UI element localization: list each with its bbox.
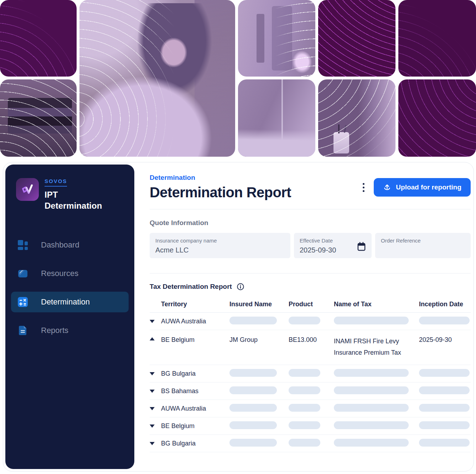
- product-cell: BE13.000: [289, 335, 334, 344]
- territory-cell: BS Bahamas: [161, 387, 229, 395]
- placeholder-pill: [334, 421, 409, 429]
- chevron-down-icon[interactable]: [150, 424, 155, 428]
- chevron-down-icon[interactable]: [150, 320, 155, 323]
- brand-product: IPT Determination: [45, 189, 112, 211]
- hero-banner: [0, 0, 476, 157]
- quote-section-title: Quote Information: [150, 219, 471, 227]
- hero-photo-woman-tile: [79, 0, 235, 157]
- placeholder-pill: [289, 421, 320, 429]
- brand-company: SOVOS: [45, 178, 67, 187]
- title-block: Determination Determination Report: [150, 174, 291, 200]
- name-of-tax-cell: INAMI FRSH Fire Levy Insurance Premium T…: [334, 335, 419, 358]
- table-row[interactable]: AUWA Australia: [150, 313, 471, 330]
- placeholder-pill: [229, 404, 277, 412]
- app-logo-icon: [16, 178, 39, 201]
- photo-shape: [238, 119, 315, 157]
- placeholder-pill: [229, 369, 277, 377]
- placeholder-pill: [289, 369, 320, 377]
- photo-shape: [79, 0, 179, 97]
- hero-photo-office-tile: [238, 0, 315, 77]
- placeholder-pill: [419, 369, 470, 377]
- table-row[interactable]: BS Bahamas: [150, 382, 471, 400]
- field-label: Insurance company name: [155, 238, 285, 244]
- tax-line: Insurance Premium Tax: [334, 347, 419, 358]
- tax-line: INAMI FRSH Fire Levy: [334, 335, 419, 347]
- report-section-title: Tax Determination Report: [150, 283, 232, 291]
- hero-photo-pencil-cup-tile: [318, 79, 395, 157]
- hero-pattern-tile: [398, 79, 476, 157]
- territory-cell: BE Belgium: [161, 335, 229, 344]
- sidebar-item-resources[interactable]: Resources: [11, 263, 129, 284]
- chevron-down-icon[interactable]: [150, 372, 155, 375]
- table-row[interactable]: BE Belgium: [150, 417, 471, 435]
- document-icon: [17, 325, 28, 336]
- upload-for-reporting-button[interactable]: Upload for reporting: [374, 178, 471, 197]
- upload-icon: [383, 183, 391, 192]
- effective-date-field[interactable]: Effective Date 2025-09-30: [294, 233, 372, 258]
- insured-name-cell: JM Group: [229, 335, 289, 344]
- placeholder-pill: [334, 404, 409, 412]
- tax-determination-table: Territory Insured Name Product Name of T…: [150, 296, 471, 452]
- placeholder-pill: [419, 439, 470, 447]
- insurance-company-field[interactable]: Insurance company name Acme LLC: [150, 233, 290, 258]
- divider: [150, 209, 471, 209]
- kebab-menu-icon[interactable]: [359, 181, 368, 194]
- hero-photo-desk-tile: [238, 79, 315, 157]
- resources-icon: [17, 268, 28, 279]
- table-row[interactable]: AUWA Australia: [150, 400, 471, 417]
- upload-button-label: Upload for reporting: [396, 183, 461, 191]
- column-header-territory: Territory: [161, 301, 229, 308]
- chevron-down-icon[interactable]: [150, 390, 155, 393]
- sidebar-item-label: Dashboard: [41, 240, 79, 250]
- sidebar-item-reports[interactable]: Reports: [11, 320, 129, 341]
- placeholder-pill: [289, 317, 320, 324]
- chevron-down-icon[interactable]: [150, 442, 155, 445]
- placeholder-pill: [289, 404, 320, 412]
- sidebar-item-label: Resources: [41, 269, 78, 278]
- calendar-icon[interactable]: [357, 238, 366, 254]
- field-value: 2025-09-30: [300, 246, 336, 254]
- placeholder-pill: [289, 386, 320, 394]
- effective-date-texts: Effective Date 2025-09-30: [300, 238, 336, 254]
- photo-shape: [79, 72, 217, 157]
- territory-cell: BE Belgium: [161, 422, 229, 430]
- territory-cell: AUWA Australia: [161, 318, 229, 325]
- territory-cell: BG Bulgaria: [161, 440, 229, 447]
- table-row[interactable]: BG Bulgaria: [150, 365, 471, 382]
- field-value: Acme LLC: [155, 246, 285, 254]
- table-row-expanded[interactable]: BE Belgium JM Group BE13.000 INAMI FRSH …: [150, 330, 471, 365]
- placeholder-pill: [229, 421, 277, 429]
- placeholder-pill: [419, 386, 470, 394]
- photo-shape: [292, 51, 312, 74]
- kebab-dot: [363, 187, 364, 188]
- placeholder-pill: [289, 439, 320, 447]
- sidebar-item-label: Reports: [41, 326, 68, 335]
- sidebar-item-label: Determination: [41, 297, 90, 307]
- dashboard-icon: [17, 240, 28, 250]
- quote-fields: Insurance company name Acme LLC Effectiv…: [150, 233, 471, 258]
- column-header-insured-name: Insured Name: [229, 301, 289, 308]
- photo-shape: [344, 125, 347, 133]
- order-reference-field[interactable]: Order Reference: [375, 233, 471, 258]
- placeholder-pill: [334, 386, 409, 394]
- table-row[interactable]: BG Bulgaria: [150, 435, 471, 452]
- chevron-down-icon[interactable]: [150, 407, 155, 410]
- info-icon[interactable]: [237, 283, 244, 291]
- placeholder-pill: [334, 439, 409, 447]
- sidebar-item-determination[interactable]: Determination: [11, 292, 129, 312]
- placeholder-pill: [419, 421, 470, 429]
- divider: [150, 273, 471, 274]
- calculator-icon: [17, 297, 28, 307]
- hero-photo-printer-tile: [0, 79, 77, 157]
- photo-shape: [8, 98, 72, 134]
- column-header-inception-date: Inception Date: [419, 301, 471, 308]
- photo-shape: [338, 124, 340, 134]
- breadcrumb[interactable]: Determination: [150, 174, 291, 182]
- placeholder-pill: [419, 317, 470, 324]
- photo-shape: [333, 132, 349, 154]
- hero-pattern-tile: [0, 0, 77, 77]
- photo-shape: [160, 38, 187, 68]
- field-label: Order Reference: [381, 238, 465, 244]
- chevron-up-icon[interactable]: [150, 337, 155, 340]
- sidebar-item-dashboard[interactable]: Dashboard: [11, 235, 129, 255]
